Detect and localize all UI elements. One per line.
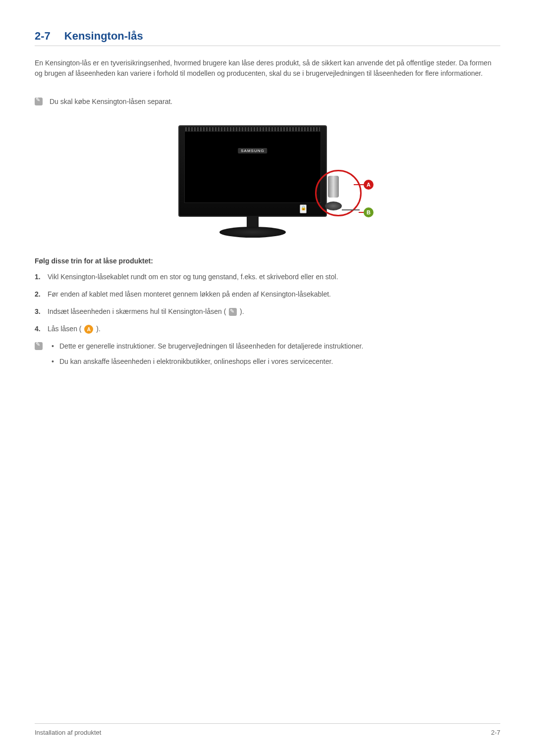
kensington-slot-icon xyxy=(300,204,307,213)
monitor-screen xyxy=(184,131,321,203)
section-heading: 2-7 Kensington-lås xyxy=(35,30,500,46)
step-4-prefix: Lås låsen ( xyxy=(48,325,81,333)
lock-device-icon xyxy=(325,176,342,210)
bottom-note-2: Du kan anskaffe låseenheden i elektronik… xyxy=(50,356,500,367)
pencil-icon xyxy=(35,98,43,105)
section-number: 2-7 xyxy=(35,30,51,43)
figure-area: SAMSUNG A B xyxy=(35,125,500,239)
leader-line-a xyxy=(354,184,365,185)
step-3-suffix: ). xyxy=(240,307,244,315)
cable-line xyxy=(342,209,360,210)
page-footer: Installation af produktet 2-7 xyxy=(35,723,500,736)
step-4: Lås låsen ( A ). xyxy=(35,324,500,334)
marker-a: A xyxy=(364,180,374,190)
monitor-vents xyxy=(185,127,320,131)
step-4-suffix: ). xyxy=(96,325,101,333)
footer-left: Installation af produktet xyxy=(35,729,101,736)
section-title: Kensington-lås xyxy=(64,30,143,43)
footer-right: 2-7 xyxy=(491,729,500,736)
pencil-icon xyxy=(229,308,237,316)
bottom-bullets: Dette er generelle instruktioner. Se bru… xyxy=(50,341,500,372)
marker-b: B xyxy=(364,207,374,217)
monitor-stand-base xyxy=(219,227,286,238)
monitor-illustration: SAMSUNG A B xyxy=(159,125,376,239)
step-3: Indsæt låseenheden i skærmens hul til Ke… xyxy=(35,306,500,317)
note-text: Du skal købe Kensington-låsen separat. xyxy=(50,98,172,105)
step-1: Vikl Kensington-låsekablet rundt om en s… xyxy=(35,272,500,282)
pencil-icon xyxy=(35,342,43,350)
marker-a-inline: A xyxy=(84,325,93,334)
steps-list: Vikl Kensington-låsekablet rundt om en s… xyxy=(35,272,500,334)
step-2: Før enden af kablet med låsen monteret g… xyxy=(35,289,500,300)
bottom-notes: Dette er generelle instruktioner. Se bru… xyxy=(35,341,500,372)
bottom-note-1: Dette er generelle instruktioner. Se bru… xyxy=(50,341,500,352)
monitor-body: SAMSUNG xyxy=(178,125,327,217)
monitor-brand-label: SAMSUNG xyxy=(238,148,267,153)
intro-paragraph: En Kensington-lås er en tyverisikringsen… xyxy=(35,58,500,79)
note-row: Du skal købe Kensington-låsen separat. xyxy=(35,98,500,105)
step-3-prefix: Indsæt låseenheden i skærmens hul til Ke… xyxy=(48,307,228,315)
steps-title: Følg disse trin for at låse produktet: xyxy=(35,257,500,265)
